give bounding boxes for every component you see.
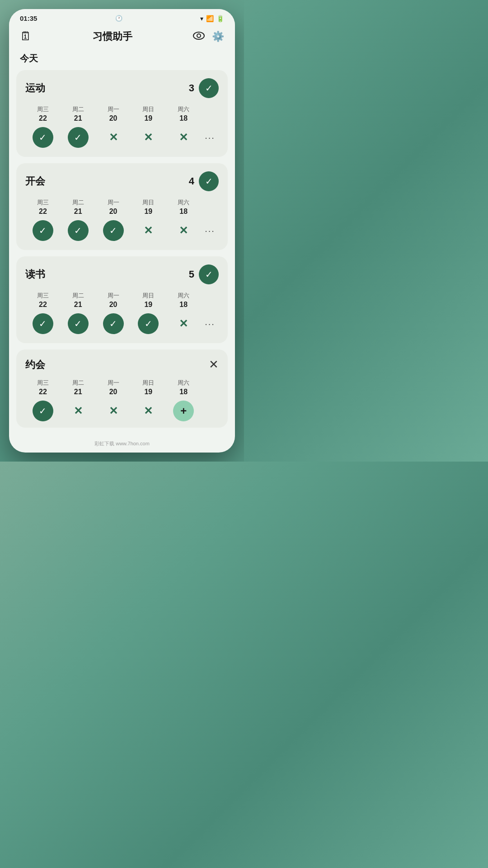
add-habit-btn-4[interactable]: + [173, 401, 194, 421]
status-row-3: ✓ ✓ ✓ ✓ ✕ ··· [25, 313, 219, 334]
habits-list: 运动 3 ✓ 周三 22 周二 21 [9, 70, 235, 437]
streak-1: 3 [189, 82, 194, 94]
day-status-btn-1-4[interactable]: ✕ [138, 127, 159, 148]
habit-check-btn-3[interactable]: ✓ [199, 264, 219, 284]
checkmark-icon-2: ✓ [205, 176, 213, 187]
app-title: 习惯助手 [93, 30, 132, 43]
day-col-1-4: 周日 19 [131, 105, 166, 123]
habit-card-4: 约会 ✕ 周三22 周二21 周一20 周日19 周六18 ✓ ✕ ✕ [16, 349, 228, 428]
days-row-2: 周三22 周二21 周一20 周日19 周六18 [25, 198, 219, 216]
day-status-btn-2-1[interactable]: ✓ [33, 220, 53, 241]
card-header-right-4: ✕ [209, 358, 219, 372]
more-dots-icon-2[interactable]: ··· [205, 226, 215, 236]
status-col-1-4: ✕ [131, 127, 166, 148]
settings-icon[interactable]: ⚙️ [212, 31, 224, 42]
status-time: 01:35 [20, 14, 37, 22]
calendar-icon[interactable]: 🗓 [20, 29, 32, 43]
status-icons: ▾ 📶 🔋 [200, 15, 224, 22]
status-row-1: ✓ ✓ ✕ ✕ ✕ ··· [25, 127, 219, 148]
habit-card-1: 运动 3 ✓ 周三 22 周二 21 [16, 70, 228, 157]
habit-delete-btn-4[interactable]: ✕ [209, 358, 219, 372]
status-col-1-5: ✕ [166, 127, 201, 148]
day-status-btn-2-4[interactable]: ✕ [138, 220, 159, 241]
status-col-1-2: ✓ [61, 127, 96, 148]
day-status-btn-4-1[interactable]: ✓ [33, 401, 53, 421]
streak-2: 4 [189, 175, 194, 187]
day-status-btn-3-2[interactable]: ✓ [68, 313, 89, 334]
card-header-right-1: 3 ✓ [189, 78, 219, 98]
watermark: 彩虹下载 www.7hon.com [9, 437, 235, 453]
day-status-btn-1-3[interactable]: ✕ [103, 127, 124, 148]
svg-point-1 [197, 34, 201, 38]
svg-point-0 [193, 32, 204, 39]
status-row-2: ✓ ✓ ✓ ✕ ✕ ··· [25, 220, 219, 241]
streak-3: 5 [189, 269, 194, 280]
more-dots-icon-1[interactable]: ··· [205, 132, 215, 143]
status-bar: 01:35 🕐 ▾ 📶 🔋 [9, 9, 235, 26]
phone-inner: 01:35 🕐 ▾ 📶 🔋 🗓 习惯助手 ⚙️ [9, 9, 235, 453]
day-status-btn-3-5[interactable]: ✕ [173, 313, 194, 334]
section-today-label: 今天 [9, 49, 235, 70]
signal-icon: 📶 [206, 15, 214, 22]
day-status-btn-4-2[interactable]: ✕ [68, 401, 89, 421]
header-right-icons: ⚙️ [193, 31, 224, 42]
day-col-1-2: 周二 21 [61, 105, 96, 123]
status-row-4: ✓ ✕ ✕ ✕ + [25, 401, 219, 421]
habit-title-4: 约会 [25, 358, 45, 372]
days-row-1: 周三 22 周二 21 周一 20 周日 19 [25, 105, 219, 123]
card-header-4: 约会 ✕ [25, 358, 219, 372]
days-row-3: 周三22 周二21 周一20 周日19 周六18 [25, 292, 219, 309]
status-col-1-1: ✓ [25, 127, 61, 148]
day-status-btn-4-4[interactable]: ✕ [138, 401, 159, 421]
habit-check-btn-2[interactable]: ✓ [199, 171, 219, 191]
day-status-btn-4-3[interactable]: ✕ [103, 401, 124, 421]
day-status-btn-1-2[interactable]: ✓ [68, 127, 89, 148]
habit-title-2: 开会 [25, 175, 45, 188]
day-status-btn-2-5[interactable]: ✕ [173, 220, 194, 241]
habit-title-1: 运动 [25, 81, 45, 95]
day-col-1-3: 周一 20 [96, 105, 131, 123]
phone-frame: 01:35 🕐 ▾ 📶 🔋 🗓 习惯助手 ⚙️ [9, 9, 235, 453]
day-col-1-5: 周六 18 [166, 105, 201, 123]
card-header-3: 读书 5 ✓ [25, 264, 219, 284]
watermark-text: 彩虹下载 www.7hon.com [94, 441, 150, 446]
status-clock-icon: 🕐 [115, 15, 122, 22]
day-status-btn-3-3[interactable]: ✓ [103, 313, 124, 334]
battery-icon: 🔋 [216, 15, 224, 22]
app-header: 🗓 习惯助手 ⚙️ [9, 26, 235, 49]
checkmark-icon-1: ✓ [205, 83, 213, 94]
card-header-1: 运动 3 ✓ [25, 78, 219, 98]
card-header-right-2: 4 ✓ [189, 171, 219, 191]
more-dots-2[interactable]: ··· [201, 226, 219, 236]
card-header-right-3: 5 ✓ [189, 264, 219, 284]
plus-icon: + [180, 405, 187, 417]
more-dots-icon-3[interactable]: ··· [205, 319, 215, 329]
wifi-icon: ▾ [200, 15, 203, 22]
day-status-btn-3-4[interactable]: ✓ [138, 313, 159, 334]
day-col-1-1: 周三 22 [25, 105, 61, 123]
day-status-btn-3-1[interactable]: ✓ [33, 313, 53, 334]
habit-check-btn-1[interactable]: ✓ [199, 78, 219, 98]
days-row-4: 周三22 周二21 周一20 周日19 周六18 [25, 379, 219, 396]
eye-icon[interactable] [193, 31, 205, 42]
habit-card-3: 读书 5 ✓ 周三22 周二21 周一20 周日19 周六18 [16, 256, 228, 343]
checkmark-icon-3: ✓ [205, 269, 213, 280]
habit-card-2: 开会 4 ✓ 周三22 周二21 周一20 周日19 周六18 [16, 163, 228, 250]
more-dots-3[interactable]: ··· [201, 319, 219, 329]
habit-title-3: 读书 [25, 268, 45, 281]
day-status-btn-1-5[interactable]: ✕ [173, 127, 194, 148]
day-status-btn-2-2[interactable]: ✓ [68, 220, 89, 241]
day-status-btn-1-1[interactable]: ✓ [33, 127, 53, 148]
day-status-btn-2-3[interactable]: ✓ [103, 220, 124, 241]
more-dots-1[interactable]: ··· [201, 132, 219, 143]
status-col-1-3: ✕ [96, 127, 131, 148]
card-header-2: 开会 4 ✓ [25, 171, 219, 191]
